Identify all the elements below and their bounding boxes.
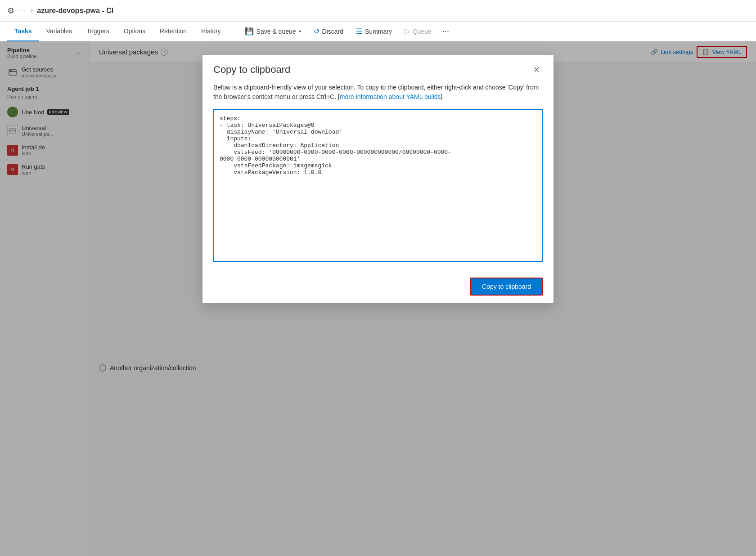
modal-dialog: Copy to clipboard ✕ Below is a clipboard… xyxy=(202,55,554,303)
modal-header: Copy to clipboard ✕ xyxy=(202,55,554,83)
main-layout: Pipeline Build pipeline ··· Get sources … xyxy=(0,41,756,556)
modal-close-button[interactable]: ✕ xyxy=(531,64,543,76)
save-queue-label: Save & queue xyxy=(256,28,296,35)
modal-description: Below is a clipboard-friendly view of yo… xyxy=(213,83,543,102)
modal-overlay: Copy to clipboard ✕ Below is a clipboard… xyxy=(0,41,756,556)
tab-variables[interactable]: Variables xyxy=(39,22,79,41)
tab-triggers[interactable]: Triggers xyxy=(79,22,117,41)
tab-retention[interactable]: Retention xyxy=(153,22,194,41)
nav-separator xyxy=(232,26,232,37)
summary-button[interactable]: ☰ Summary xyxy=(351,24,397,38)
top-bar: ⚙ ··· > azure-devops-pwa - CI xyxy=(0,0,756,22)
page-title: azure-devops-pwa - CI xyxy=(37,7,113,15)
chevron-down-icon: ▾ xyxy=(299,29,301,34)
copy-to-clipboard-button[interactable]: Copy to clipboard xyxy=(470,278,543,296)
more-info-link[interactable]: more information about YAML builds xyxy=(340,93,441,100)
discard-button[interactable]: ↺ Discard xyxy=(308,24,349,38)
more-button[interactable]: ··· xyxy=(439,24,453,39)
modal-title: Copy to clipboard xyxy=(213,64,290,76)
yaml-content-textarea[interactable]: steps: - task: UniversalPackages@0 displ… xyxy=(213,109,543,262)
nav-tabs-bar: Tasks Variables Triggers Options Retenti… xyxy=(0,22,756,41)
queue-icon: ▷ xyxy=(405,27,410,36)
breadcrumb-chevron: > xyxy=(30,8,33,14)
tab-tasks[interactable]: Tasks xyxy=(7,22,39,41)
nav-actions: 💾 Save & queue ▾ ↺ Discard ☰ Summary ▷ Q… xyxy=(239,24,453,39)
queue-button[interactable]: ▷ Queue xyxy=(399,24,437,38)
summary-icon: ☰ xyxy=(356,27,362,36)
save-icon: 💾 xyxy=(245,27,254,36)
queue-label: Queue xyxy=(413,28,432,35)
summary-label: Summary xyxy=(365,28,392,35)
breadcrumb-dots[interactable]: ··· xyxy=(18,7,27,15)
discard-icon: ↺ xyxy=(314,27,320,36)
tab-history[interactable]: History xyxy=(194,22,228,41)
tab-options[interactable]: Options xyxy=(117,22,153,41)
modal-body: Below is a clipboard-friendly view of yo… xyxy=(202,83,554,270)
discard-label: Discard xyxy=(322,28,343,35)
save-queue-button[interactable]: 💾 Save & queue ▾ xyxy=(239,24,306,38)
modal-footer: Copy to clipboard xyxy=(202,270,554,303)
app-icon: ⚙ xyxy=(7,6,14,16)
